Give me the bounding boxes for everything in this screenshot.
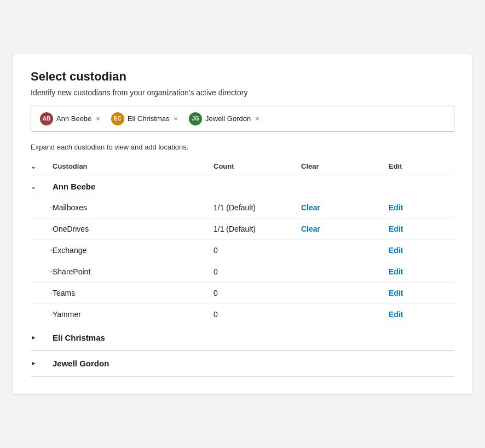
- row-count-teams: 0: [213, 289, 301, 297]
- header-edit: Edit: [389, 162, 454, 170]
- tag-name-jewell-gordon: Jewell Gordon: [205, 114, 251, 123]
- tag-close-jewell-gordon[interactable]: ×: [254, 114, 261, 123]
- svg-rect-7: [50, 292, 51, 294]
- row-label-mailboxes: Mailboxes: [53, 203, 213, 212]
- data-row-mailboxes: Mailboxes 1/1 (Default) Clear Edit: [31, 197, 454, 218]
- collapse-all-icon[interactable]: ⌄: [31, 163, 36, 170]
- row-count-exchange: 0: [213, 246, 301, 255]
- row-icon-onedrives: [31, 224, 53, 234]
- tag-ann-beebe: AB Ann Beebe ×: [37, 111, 105, 127]
- custodian-section-eli-christmas: ► Eli Christmas: [31, 325, 454, 351]
- data-row-onedrives: OneDrives 1/1 (Default) Clear Edit: [31, 218, 454, 239]
- custodian-row-ann-beebe: ⌄ Ann Beebe: [31, 175, 454, 197]
- page-title: Select custodian: [31, 70, 454, 84]
- row-clear-mailboxes[interactable]: Clear: [301, 203, 389, 212]
- row-label-exchange: Exchange: [53, 246, 213, 255]
- tag-jewell-gordon: JG Jewell Gordon ×: [186, 111, 264, 127]
- row-count-sharepoint: 0: [213, 267, 301, 276]
- row-edit-teams[interactable]: Edit: [389, 289, 454, 297]
- row-edit-mailboxes[interactable]: Edit: [389, 203, 454, 212]
- data-row-teams: Teams 0 Edit: [31, 282, 454, 303]
- tag-avatar-jewell-gordon: JG: [189, 112, 202, 125]
- row-icon-exchange: Ex: [31, 245, 53, 255]
- row-label-teams: Teams: [53, 289, 213, 297]
- page-subtitle: Identify new custodians from your organi…: [31, 88, 454, 97]
- custodian-name-eli-christmas: Eli Christmas: [53, 333, 454, 342]
- row-icon-teams: [31, 288, 53, 298]
- tag-name-ann-beebe: Ann Beebe: [56, 114, 91, 123]
- row-label-yammer: Yammer: [53, 310, 213, 319]
- header-expand: ⌄: [31, 162, 53, 170]
- custodian-section-ann-beebe: ⌄ Ann Beebe Mailboxes 1/1 (Default) Clea…: [31, 175, 454, 325]
- tag-close-ann-beebe[interactable]: ×: [95, 114, 101, 123]
- row-edit-exchange[interactable]: Edit: [389, 246, 454, 255]
- row-edit-onedrives[interactable]: Edit: [389, 225, 454, 233]
- header-count: Count: [213, 162, 301, 170]
- row-icon-sharepoint: [31, 267, 53, 277]
- expand-icon-eli-christmas[interactable]: ►: [31, 334, 53, 341]
- row-edit-yammer[interactable]: Edit: [389, 310, 454, 319]
- expand-icon-jewell-gordon[interactable]: ►: [31, 360, 53, 366]
- header-custodian: Custodian: [53, 162, 213, 170]
- data-row-exchange: Ex Exchange 0 Edit: [31, 239, 454, 261]
- row-icon-mailboxes: [31, 203, 53, 212]
- row-label-onedrives: OneDrives: [53, 225, 213, 233]
- row-count-yammer: 0: [213, 310, 301, 319]
- header-clear: Clear: [301, 162, 389, 170]
- expand-instructions: Expand each custodian to view and add lo…: [31, 143, 454, 151]
- row-edit-sharepoint[interactable]: Edit: [389, 267, 454, 276]
- tag-eli-christmas: EC Eli Christmas ×: [108, 111, 182, 127]
- tag-avatar-eli-christmas: EC: [111, 112, 124, 125]
- select-custodian-panel: Select custodian Identify new custodians…: [13, 54, 472, 395]
- custodian-section-jewell-gordon: ► Jewell Gordon: [31, 351, 454, 377]
- tag-name-eli-christmas: Eli Christmas: [128, 114, 170, 123]
- row-label-sharepoint: SharePoint: [53, 267, 213, 276]
- row-icon-yammer: [31, 309, 53, 319]
- tag-close-eli-christmas[interactable]: ×: [173, 114, 180, 123]
- custodian-name-ann-beebe: Ann Beebe: [53, 182, 213, 191]
- tag-avatar-ann-beebe: AB: [40, 112, 53, 125]
- custodian-collapsed-jewell-gordon: ► Jewell Gordon: [31, 351, 454, 376]
- data-row-sharepoint: SharePoint 0 Edit: [31, 261, 454, 282]
- row-count-mailboxes: 1/1 (Default): [213, 203, 301, 212]
- custodian-search-input[interactable]: AB Ann Beebe × EC Eli Christmas × JG Jew…: [31, 106, 454, 132]
- custodian-collapsed-eli-christmas: ► Eli Christmas: [31, 325, 454, 351]
- table-header: ⌄ Custodian Count Clear Edit: [31, 159, 454, 175]
- row-count-onedrives: 1/1 (Default): [213, 225, 301, 233]
- collapse-icon-ann-beebe[interactable]: ⌄: [31, 182, 53, 191]
- custodian-name-jewell-gordon: Jewell Gordon: [53, 359, 454, 368]
- data-row-yammer: Yammer 0 Edit: [31, 303, 454, 325]
- row-clear-onedrives[interactable]: Clear: [301, 225, 389, 233]
- custodians-container: ⌄ Ann Beebe Mailboxes 1/1 (Default) Clea…: [31, 175, 454, 377]
